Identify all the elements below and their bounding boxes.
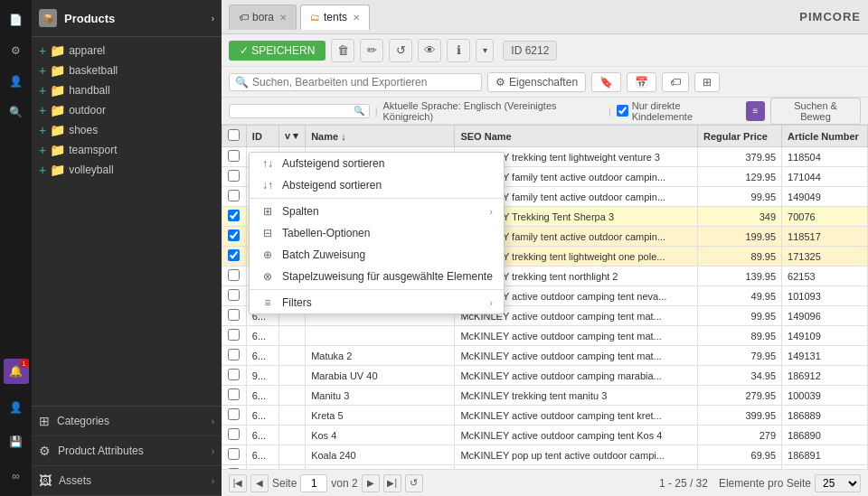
nav-icon-search[interactable]: 🔍 [4, 99, 29, 125]
nav-icon-alert[interactable]: 🔔 1 [4, 359, 29, 384]
tree-item-volleyball[interactable]: + 📁 volleyball [32, 160, 222, 180]
sidebar-categories[interactable]: ⊞ Categories › [32, 407, 222, 436]
row-checkbox[interactable] [228, 289, 240, 301]
add-teamsport-icon[interactable]: + [39, 143, 46, 157]
tree-item-handball[interactable]: + 📁 handball [32, 80, 222, 100]
th-seo[interactable]: SEO Name [455, 126, 698, 147]
properties-button[interactable]: ⚙ Eigenschaften [487, 72, 586, 92]
row-checkbox-cell[interactable] [222, 207, 247, 227]
delete-button[interactable]: 🗑 [331, 39, 354, 62]
nav-icon-settings[interactable]: ⚙ [4, 38, 29, 63]
add-handball-icon[interactable]: + [39, 83, 46, 98]
calendar-button[interactable]: 📅 [627, 72, 656, 92]
sidebar-product-attributes[interactable]: ⚙ Product Attributes › [32, 436, 222, 466]
sidebar-expand-arrow[interactable]: › [212, 14, 214, 23]
nav-icon-user-profile[interactable]: 👤 [4, 395, 29, 420]
row-checkbox[interactable] [228, 309, 240, 321]
tab-tents-close[interactable]: ✕ [353, 13, 360, 23]
row-checkbox[interactable] [228, 170, 240, 182]
select-all-checkbox[interactable] [228, 129, 240, 141]
row-checkbox-cell[interactable] [222, 406, 247, 426]
row-checkbox[interactable] [228, 448, 240, 460]
row-checkbox[interactable] [228, 150, 240, 162]
row-checkbox-cell[interactable] [222, 426, 247, 445]
row-checkbox[interactable] [228, 249, 240, 261]
stack-assign-menu-item[interactable]: ⊗ Stapelzuweisung für ausgewählte Elemen… [250, 266, 504, 287]
table-options-menu-item[interactable]: ⊟ Tabellen-Optionen [250, 222, 504, 244]
next-page-btn[interactable]: ▶ [362, 474, 380, 492]
row-checkbox-cell[interactable] [222, 306, 247, 326]
row-checkbox[interactable] [228, 229, 240, 241]
th-id[interactable]: ID [246, 126, 278, 147]
row-checkbox[interactable] [228, 369, 240, 380]
th-checkbox[interactable] [222, 126, 247, 147]
last-page-btn[interactable]: ▶| [383, 474, 401, 492]
tree-item-basketball[interactable]: + 📁 basketball [32, 61, 222, 80]
sort-desc-menu-item[interactable]: ↓↑ Absteigend sortieren [250, 174, 504, 196]
tag-button[interactable]: 🏷 [662, 72, 689, 92]
grid-button[interactable]: ⊞ [694, 72, 720, 92]
nav-icon-users[interactable]: 👤 [4, 69, 29, 94]
add-outdoor-icon[interactable]: + [39, 103, 46, 117]
row-checkbox-cell[interactable] [222, 366, 247, 386]
filter-search-input[interactable] [234, 106, 351, 117]
nav-icon-infinity[interactable]: ∞ [4, 463, 29, 489]
purple-filter-btn[interactable]: ≡ [746, 101, 765, 121]
tab-bora[interactable]: 🏷 bora ✕ [229, 5, 297, 30]
add-shoes-icon[interactable]: + [39, 123, 46, 137]
search-input[interactable] [252, 76, 476, 89]
save-button[interactable]: ✓ SPEICHERN [229, 41, 326, 61]
row-checkbox[interactable] [228, 468, 240, 469]
prev-page-btn[interactable]: ◀ [250, 474, 269, 492]
row-checkbox-cell[interactable] [222, 465, 247, 470]
tree-item-outdoor[interactable]: + 📁 outdoor [32, 100, 222, 120]
sidebar-assets[interactable]: 🖼 Assets › [32, 466, 222, 496]
row-checkbox[interactable] [228, 210, 240, 221]
filters-menu-item[interactable]: ≡ Filters › [250, 292, 504, 314]
row-checkbox-cell[interactable] [222, 147, 247, 167]
tab-tents[interactable]: 🗂 tents ✕ [300, 5, 370, 30]
row-checkbox-cell[interactable] [222, 445, 247, 465]
th-article[interactable]: Article Number [782, 126, 868, 147]
row-checkbox-cell[interactable] [222, 167, 247, 187]
search-move-button[interactable]: Suchen & Beweg [770, 98, 861, 125]
row-checkbox-cell[interactable] [222, 326, 247, 346]
row-checkbox-cell[interactable] [222, 346, 247, 366]
th-price[interactable]: Regular Price [698, 126, 782, 147]
row-checkbox-cell[interactable] [222, 267, 247, 286]
add-volleyball-icon[interactable]: + [39, 163, 46, 177]
th-v[interactable]: v ▾ [279, 126, 306, 147]
tree-item-apparel[interactable]: + 📁 apparel [32, 41, 222, 61]
nav-icon-db[interactable]: 💾 [4, 429, 29, 454]
row-checkbox[interactable] [228, 408, 240, 420]
search-box[interactable]: 🔍 [229, 73, 482, 91]
direct-children-filter[interactable]: Nur direkte Kindelemente [617, 100, 741, 122]
per-page-select[interactable]: 25 50 100 [815, 474, 861, 492]
view-button[interactable]: 👁 [418, 39, 441, 62]
tree-item-teamsport[interactable]: + 📁 teamsport [32, 140, 222, 160]
row-checkbox-cell[interactable] [222, 227, 247, 247]
row-checkbox[interactable] [228, 349, 240, 360]
sort-asc-menu-item[interactable]: ↑↓ Aufsteigend sortieren [250, 153, 504, 174]
row-checkbox[interactable] [228, 190, 240, 201]
info-button[interactable]: ℹ [447, 39, 470, 62]
tree-item-shoes[interactable]: + 📁 shoes [32, 120, 222, 140]
refresh-button[interactable]: ↺ [389, 39, 412, 62]
batch-assign-menu-item[interactable]: ⊕ Batch Zuweisung [250, 244, 504, 266]
columns-menu-item[interactable]: ⊞ Spalten › [250, 201, 504, 222]
edit-button[interactable]: ✏ [360, 39, 383, 62]
tab-bora-close[interactable]: ✕ [279, 13, 287, 23]
row-checkbox-cell[interactable] [222, 187, 247, 207]
th-name[interactable]: Name ↓ [306, 126, 455, 147]
row-checkbox[interactable] [228, 269, 240, 281]
row-checkbox-cell[interactable] [222, 386, 247, 406]
row-checkbox[interactable] [228, 388, 240, 400]
row-checkbox-cell[interactable] [222, 247, 247, 267]
toolbar-dropdown-button[interactable]: ▾ [476, 39, 494, 62]
row-checkbox[interactable] [228, 428, 240, 440]
bookmark-button[interactable]: 🔖 [591, 72, 621, 92]
add-basketball-icon[interactable]: + [39, 63, 46, 78]
row-checkbox[interactable] [228, 329, 240, 341]
nav-icon-document[interactable]: 📄 [4, 7, 29, 33]
filter-search-box[interactable]: 🔍 [229, 104, 370, 118]
